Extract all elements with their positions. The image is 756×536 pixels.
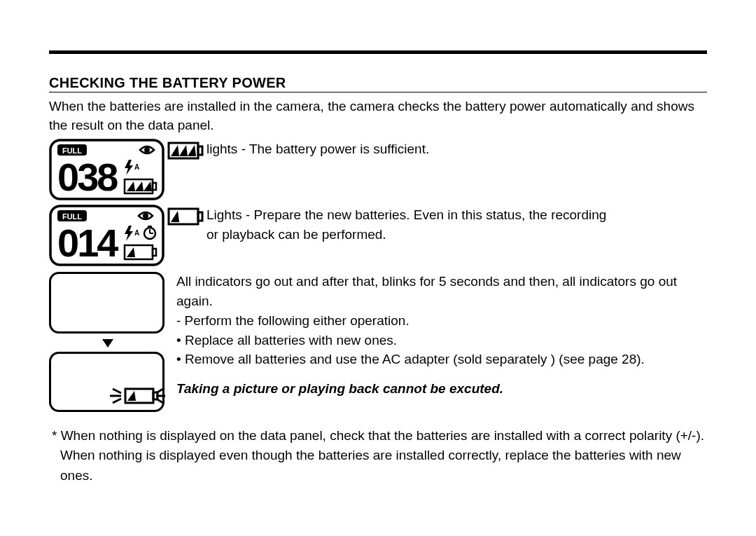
svg-text:FULL: FULL bbox=[62, 146, 82, 155]
footnote: * When nothing is displayed on the data … bbox=[49, 426, 707, 485]
status-block-full: FULL 038 A bbox=[49, 139, 707, 200]
svg-text:038: 038 bbox=[57, 155, 118, 199]
svg-text:A: A bbox=[134, 163, 139, 171]
svg-text:014: 014 bbox=[57, 221, 118, 265]
manual-page: CHECKING THE BATTERY POWER When the batt… bbox=[0, 50, 756, 536]
svg-line-35 bbox=[113, 389, 121, 393]
lcd-panel-blank-2 bbox=[49, 352, 164, 412]
arrow-down-icon bbox=[102, 339, 113, 348]
inline-battery-full-icon bbox=[166, 139, 206, 163]
svg-line-40 bbox=[156, 399, 163, 403]
blink-rays-icon bbox=[110, 389, 165, 403]
svg-marker-15 bbox=[188, 145, 196, 156]
svg-rect-12 bbox=[198, 146, 202, 155]
svg-rect-23 bbox=[148, 226, 152, 228]
battery-blink-icon bbox=[125, 389, 158, 403]
lcd-panel-blank-1 bbox=[49, 272, 164, 334]
status-full-text: lights - The battery power is sufficient… bbox=[206, 139, 429, 159]
status-low-text: Lights - Prepare the new batteries. Even… bbox=[206, 205, 606, 244]
status-block-empty: All indicators go out and after that, bl… bbox=[49, 272, 707, 418]
svg-rect-30 bbox=[198, 212, 202, 221]
lcd-panel-empty-sequence bbox=[49, 272, 166, 418]
svg-point-3 bbox=[144, 147, 150, 153]
section-heading: CHECKING THE BATTERY POWER bbox=[49, 75, 707, 92]
svg-marker-31 bbox=[171, 211, 179, 222]
svg-line-37 bbox=[113, 399, 121, 403]
inline-battery-low-icon bbox=[166, 205, 206, 228]
status-low-line1: Lights - Prepare the new batteries. Even… bbox=[206, 207, 606, 222]
status-empty-bullet1: • Replace all batteries with new ones. bbox=[176, 331, 707, 350]
status-empty-warning: Taking a picture or playing back cannot … bbox=[176, 379, 707, 399]
svg-marker-13 bbox=[171, 145, 179, 156]
footnote-text: * When nothing is displayed on the data … bbox=[49, 426, 707, 485]
svg-text:FULL: FULL bbox=[62, 212, 82, 221]
top-rule bbox=[49, 50, 707, 54]
svg-text:A: A bbox=[134, 229, 139, 237]
status-empty-line2: - Perform the following either operation… bbox=[176, 311, 707, 331]
svg-marker-34 bbox=[127, 391, 136, 401]
svg-marker-14 bbox=[179, 145, 188, 156]
lcd-panel-full: FULL 038 A bbox=[49, 139, 166, 200]
lcd-panel-low: FULL 014 A bbox=[49, 205, 166, 266]
status-empty-line1: All indicators go out and after that, bl… bbox=[176, 272, 707, 310]
status-block-low: FULL 014 A bbox=[49, 205, 707, 266]
status-empty-bullet2: • Remove all batteries and use the AC ad… bbox=[176, 350, 707, 369]
svg-line-38 bbox=[156, 389, 163, 393]
svg-point-19 bbox=[143, 213, 148, 219]
intro-text: When the batteries are installed in the … bbox=[49, 97, 707, 135]
status-low-line2: or playback can be performed. bbox=[206, 227, 386, 242]
